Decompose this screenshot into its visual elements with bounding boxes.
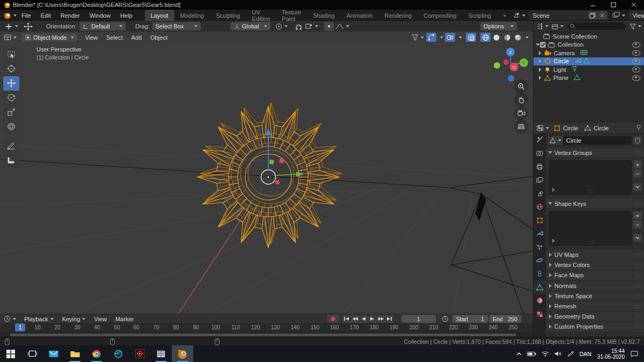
volume-icon[interactable] bbox=[552, 351, 565, 357]
properties-tab-modifiers[interactable] bbox=[533, 227, 546, 240]
active-tool-icon[interactable] bbox=[3, 22, 20, 31]
breadcrumb-data[interactable]: Circle bbox=[584, 125, 609, 131]
shading-material-button[interactable] bbox=[502, 33, 512, 42]
panel-header-remesh[interactable]: Remesh:::: bbox=[546, 301, 644, 312]
proportional-falloff-dropdown[interactable] bbox=[334, 22, 351, 31]
transform-tool-button[interactable] bbox=[3, 120, 19, 134]
taskbar-gears-app-button[interactable] bbox=[129, 345, 150, 362]
properties-tab-object[interactable] bbox=[533, 213, 546, 227]
workspace-tab-compositing[interactable]: Compositing bbox=[418, 10, 462, 21]
outliner-row-scene-collection[interactable]: Scene Collection bbox=[533, 32, 644, 41]
properties-tab-particles[interactable] bbox=[533, 240, 546, 254]
snap-toggle-icon[interactable] bbox=[294, 22, 304, 31]
viewport-menu-add[interactable]: Add bbox=[127, 34, 147, 41]
view-layer-selector[interactable]: View Layer bbox=[628, 11, 644, 20]
close-button[interactable] bbox=[624, 0, 644, 10]
panel-header-geometry-data[interactable]: Geometry Data:::: bbox=[546, 312, 644, 322]
taskbar-start-button[interactable] bbox=[0, 345, 21, 362]
use-preview-range-toggle[interactable] bbox=[440, 314, 450, 323]
taskbar-mail-button[interactable] bbox=[43, 345, 64, 362]
record-button[interactable] bbox=[327, 315, 339, 323]
annotate-tool-button[interactable] bbox=[3, 138, 19, 153]
proportional-editing-toggle[interactable] bbox=[324, 22, 334, 31]
properties-tab-world[interactable] bbox=[533, 200, 546, 213]
properties-tab-tool[interactable] bbox=[533, 133, 546, 146]
transform-orientation-dropdown[interactable]: Global bbox=[231, 22, 270, 31]
panel-header-shape-keys[interactable]: Shape Keys:::: bbox=[546, 199, 644, 209]
xray-toggle[interactable] bbox=[466, 33, 476, 42]
properties-tab-view-layer[interactable] bbox=[533, 173, 546, 187]
add-item-button[interactable]: + bbox=[633, 160, 642, 168]
workspace-tab-uv-editing[interactable]: UV Editing bbox=[246, 10, 276, 21]
remove-item-button[interactable]: − bbox=[633, 169, 642, 178]
workspace-tab-layout[interactable]: Layout bbox=[145, 10, 174, 21]
add-workspace-button[interactable]: + bbox=[497, 10, 512, 21]
add-item-button[interactable]: + bbox=[633, 211, 642, 219]
panel-header-vertex-colors[interactable]: Vertex Colors:::: bbox=[546, 260, 644, 270]
panel-header-texture-space[interactable]: Texture Space:::: bbox=[546, 291, 644, 301]
properties-tab-physics[interactable] bbox=[533, 254, 546, 267]
snap-target-dropdown[interactable] bbox=[304, 22, 320, 31]
mesh-id-dropdown[interactable] bbox=[548, 136, 563, 145]
outliner-row-collection[interactable]: Collection bbox=[533, 41, 644, 49]
panel-header-custom-properties[interactable]: Custom Properties:::: bbox=[546, 322, 644, 332]
navigation-gizmo[interactable]: ZYX bbox=[492, 46, 532, 84]
properties-tab-material[interactable] bbox=[533, 294, 546, 307]
panel-header-face-maps[interactable]: Face Maps:::: bbox=[546, 270, 644, 280]
mode-dropdown[interactable]: Object Mode bbox=[21, 33, 77, 42]
hide-in-viewport-toggle[interactable] bbox=[632, 42, 640, 48]
outliner-editor-dropdown[interactable] bbox=[535, 22, 550, 31]
pin-icon[interactable] bbox=[636, 124, 641, 131]
play-reverse-button[interactable] bbox=[360, 315, 368, 323]
cursor-tool-button[interactable] bbox=[3, 62, 19, 76]
outliner-filter-dropdown[interactable] bbox=[628, 22, 643, 31]
specials-dropdown[interactable] bbox=[633, 183, 642, 191]
timeline-menu-keying[interactable]: Keying bbox=[58, 316, 90, 322]
menu-file[interactable]: File bbox=[17, 10, 36, 21]
properties-tab-texture[interactable] bbox=[533, 307, 546, 321]
drag-dropdown[interactable]: Select Box bbox=[152, 22, 201, 31]
workspace-tab-modeling[interactable]: Modeling bbox=[174, 10, 210, 21]
workspace-tab-animation[interactable]: Animation bbox=[341, 10, 379, 21]
workspace-tab-scripting[interactable]: Scripting bbox=[462, 10, 497, 21]
workspace-tab-shading[interactable]: Shading bbox=[307, 10, 340, 21]
taskbar-internet-explorer-button[interactable] bbox=[107, 345, 129, 362]
zoom-tool-icon[interactable] bbox=[514, 79, 528, 93]
jump-to-end-button[interactable] bbox=[385, 315, 394, 323]
viewport-3d[interactable]: User Perspective (1) Collection | Circle… bbox=[0, 43, 533, 314]
play-button[interactable] bbox=[368, 315, 377, 323]
taskbar-video-editor-button[interactable] bbox=[150, 345, 172, 362]
jump-to-start-button[interactable] bbox=[342, 315, 351, 323]
camera-view-icon[interactable] bbox=[514, 106, 528, 120]
minimize-button[interactable] bbox=[583, 0, 603, 10]
move-tool-button[interactable] bbox=[3, 76, 19, 91]
properties-tab-scene[interactable] bbox=[533, 187, 546, 200]
viewport-menu-select[interactable]: Select bbox=[102, 34, 127, 41]
shading-rendered-button[interactable] bbox=[513, 33, 523, 42]
language-indicator[interactable]: DAN bbox=[577, 351, 594, 357]
timeline-editor-dropdown[interactable] bbox=[2, 314, 18, 323]
battery-icon[interactable] bbox=[524, 351, 539, 357]
taskbar-blender-button[interactable] bbox=[172, 345, 193, 362]
start-frame-field[interactable]: Start1 bbox=[452, 315, 488, 323]
hide-in-viewport-toggle[interactable] bbox=[632, 58, 640, 64]
current-frame-field[interactable]: 1 bbox=[401, 315, 436, 323]
outliner-row-light[interactable]: Light bbox=[533, 65, 644, 74]
delete-scene-button[interactable] bbox=[598, 11, 607, 19]
pen-icon[interactable] bbox=[565, 351, 577, 357]
scene-selector[interactable]: Scene bbox=[529, 11, 608, 20]
panel-header-vertex-groups[interactable]: Vertex Groups:::: bbox=[546, 148, 644, 158]
properties-tab-object-data[interactable] bbox=[533, 280, 546, 294]
mesh-name-input[interactable]: Circle bbox=[563, 136, 632, 145]
rotate-tool-button[interactable] bbox=[3, 91, 19, 105]
gizmos-toggle[interactable] bbox=[426, 33, 436, 42]
workspace-tab-texture-paint[interactable]: Texture Paint bbox=[276, 10, 307, 21]
new-scene-button[interactable] bbox=[588, 11, 597, 19]
taskbar-file-explorer-button[interactable] bbox=[64, 345, 86, 362]
outliner-search-input[interactable] bbox=[567, 23, 626, 30]
breadcrumb-object[interactable]: Circle bbox=[554, 125, 578, 131]
scale-tool-button[interactable] bbox=[3, 105, 19, 120]
properties-tab-render[interactable] bbox=[533, 146, 546, 160]
timeline-ruler[interactable]: 1102030405060708090100110120130140150160… bbox=[0, 323, 533, 333]
timeline-menu-marker[interactable]: Marker bbox=[111, 316, 138, 322]
